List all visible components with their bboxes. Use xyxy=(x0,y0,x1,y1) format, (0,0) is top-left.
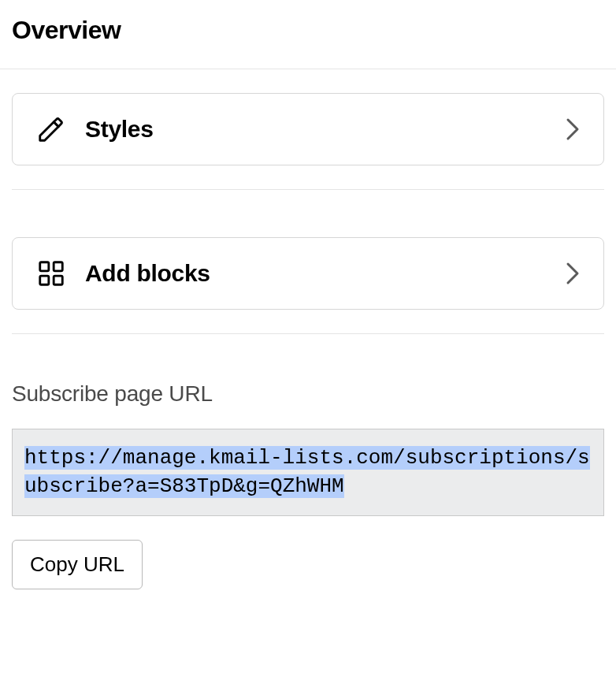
blocks-icon xyxy=(36,258,68,288)
copy-url-button[interactable]: Copy URL xyxy=(12,540,143,589)
add-blocks-label: Add blocks xyxy=(85,260,566,287)
styles-label: Styles xyxy=(85,116,566,143)
header: Overview xyxy=(0,0,616,69)
svg-rect-3 xyxy=(54,276,62,284)
chevron-right-icon xyxy=(566,117,580,141)
subscribe-url-label: Subscribe page URL xyxy=(12,381,604,407)
svg-rect-0 xyxy=(40,262,49,271)
subscribe-url-box[interactable]: https://manage.kmail-lists.com/subscript… xyxy=(12,429,604,516)
add-blocks-nav-card[interactable]: Add blocks xyxy=(12,237,604,310)
styles-nav-card[interactable]: Styles xyxy=(12,93,604,165)
pencil-icon xyxy=(36,114,68,144)
subscribe-url-text: https://manage.kmail-lists.com/subscript… xyxy=(24,446,590,498)
svg-rect-1 xyxy=(54,262,62,271)
page-title: Overview xyxy=(12,16,604,45)
chevron-right-icon xyxy=(566,262,580,285)
svg-rect-2 xyxy=(40,276,49,284)
